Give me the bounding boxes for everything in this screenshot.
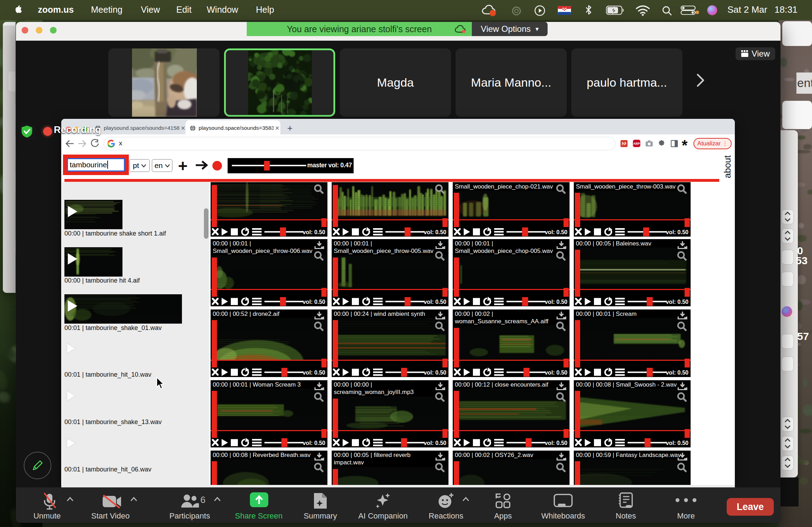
svg-text:vol: 0.50: vol: 0.50 xyxy=(666,229,688,235)
svg-text:vol: 0.50: vol: 0.50 xyxy=(303,440,325,446)
svg-text:vol: 0.50: vol: 0.50 xyxy=(545,370,567,376)
svg-text:vol: 0.50: vol: 0.50 xyxy=(545,440,567,446)
svg-text:vol: 0.50: vol: 0.50 xyxy=(303,299,325,305)
svg-text:vol: 0.50: vol: 0.50 xyxy=(666,370,688,376)
svg-text:vol: 0.50: vol: 0.50 xyxy=(424,440,446,446)
svg-text:vol: 0.50: vol: 0.50 xyxy=(303,370,325,376)
svg-text:vol: 0.50: vol: 0.50 xyxy=(666,440,688,446)
svg-text:vol: 0.50: vol: 0.50 xyxy=(666,299,688,305)
svg-text:vol: 0.50: vol: 0.50 xyxy=(545,229,567,235)
svg-text:vol: 0.50: vol: 0.50 xyxy=(545,299,567,305)
svg-text:vol: 0.50: vol: 0.50 xyxy=(424,370,446,376)
svg-text:vol: 0.50: vol: 0.50 xyxy=(303,229,325,235)
svg-text:vol: 0.50: vol: 0.50 xyxy=(424,229,446,235)
svg-text:vol: 0.50: vol: 0.50 xyxy=(424,299,446,305)
